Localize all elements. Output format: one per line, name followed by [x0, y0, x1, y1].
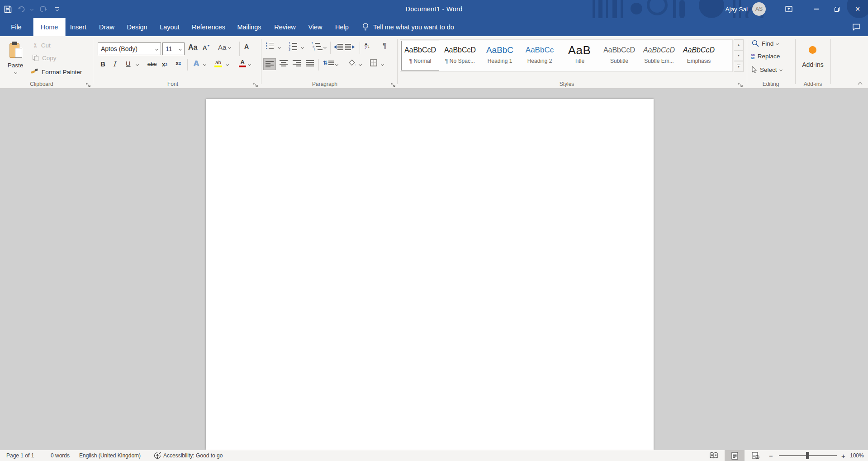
numbering-dropdown-icon[interactable] [301, 46, 304, 48]
tab-review[interactable]: Review [274, 18, 296, 36]
paste-icon [9, 42, 22, 60]
tab-insert[interactable]: Insert [70, 18, 86, 36]
subscript-button[interactable]: x2 [162, 61, 167, 68]
styles-dialog-launcher-icon[interactable] [738, 81, 744, 87]
format-painter-label: Format Painter [42, 69, 82, 75]
paragraph-group-label: Paragraph [312, 81, 337, 87]
paste-button[interactable]: Paste [4, 39, 27, 83]
tell-me-search[interactable]: Tell me what you want to do [362, 18, 454, 36]
collapse-ribbon-icon[interactable] [858, 82, 863, 87]
shading-dropdown-icon[interactable] [359, 63, 361, 66]
grow-font-button[interactable]: Aa [188, 43, 197, 52]
style-normal[interactable]: AaBbCcD ¶ Normal [401, 41, 439, 71]
multilevel-list-dropdown-icon[interactable] [324, 46, 326, 48]
tab-mailings[interactable]: Mailings [237, 18, 261, 36]
web-layout-button[interactable] [745, 450, 765, 461]
text-effects-button[interactable]: A [194, 59, 199, 68]
borders-button[interactable] [370, 59, 377, 66]
copy-button[interactable]: Copy [33, 55, 57, 61]
read-mode-button[interactable] [704, 450, 724, 461]
bold-button[interactable]: B [100, 60, 105, 68]
underline-button[interactable]: U [126, 60, 130, 67]
cut-button[interactable]: ✂ Cut [33, 42, 51, 49]
avatar[interactable]: AS [752, 2, 766, 16]
style-heading-1[interactable]: AaBbC Heading 1 [481, 41, 519, 71]
decrease-indent-button[interactable] [334, 44, 343, 50]
addins-icon[interactable] [809, 46, 816, 54]
style-no-spacing[interactable]: AaBbCcD ¶ No Spac... [441, 41, 479, 71]
tab-draw[interactable]: Draw [99, 18, 114, 36]
text-highlight-button[interactable]: ab [214, 60, 222, 67]
find-button[interactable]: Find [752, 40, 778, 47]
show-hide-pilcrow-button[interactable]: ¶ [383, 42, 387, 50]
style-subtle-emphasis[interactable]: AaBbCcD Subtle Em... [640, 41, 678, 71]
align-right-button[interactable] [293, 60, 301, 66]
paragraph-dialog-launcher-icon[interactable] [391, 81, 396, 87]
document-page[interactable] [206, 99, 654, 450]
font-color-dropdown-icon[interactable] [248, 63, 251, 66]
shading-button[interactable] [348, 59, 356, 66]
shrink-font-button[interactable]: A [203, 44, 207, 51]
clear-formatting-button[interactable]: A [244, 43, 249, 50]
sort-button[interactable]: AZ ↓ [365, 42, 370, 50]
tab-view[interactable]: View [308, 18, 322, 36]
tab-layout[interactable]: Layout [160, 18, 180, 36]
text-effects-dropdown-icon[interactable] [204, 63, 206, 66]
language-indicator[interactable]: English (United Kingdom) [79, 450, 141, 461]
zoom-slider-handle[interactable] [806, 452, 809, 459]
style-title[interactable]: AaB Title [560, 41, 598, 71]
styles-more-icon[interactable]: ▼ [734, 61, 744, 72]
line-spacing-button[interactable]: ⇅ [323, 60, 334, 66]
align-left-button[interactable] [264, 59, 275, 70]
style-subtitle[interactable]: AaBbCcD Subtitle [600, 41, 638, 71]
tab-design[interactable]: Design [127, 18, 147, 36]
word-count[interactable]: 0 words [51, 450, 70, 461]
styles-scroll-up-icon[interactable]: ▲ [734, 39, 744, 50]
tab-file[interactable]: File [11, 18, 21, 36]
borders-dropdown-icon[interactable] [381, 63, 384, 66]
tab-help[interactable]: Help [335, 18, 349, 36]
font-size-combobox[interactable]: 11 [162, 42, 185, 55]
font-name-combobox[interactable]: Aptos (Body) [98, 42, 161, 55]
zoom-in-button[interactable]: + [841, 450, 845, 461]
multilevel-list-button[interactable]: 1ai [311, 42, 323, 51]
change-case-button[interactable]: Aa [218, 43, 231, 51]
numbering-button[interactable]: 123 [289, 42, 297, 51]
increase-indent-button[interactable] [345, 44, 355, 50]
tab-home[interactable]: Home [33, 18, 66, 36]
page-indicator[interactable]: Page 1 of 1 [6, 450, 34, 461]
cut-label: Cut [41, 42, 51, 49]
select-button[interactable]: Select [751, 66, 782, 73]
account-name[interactable]: Ajay Sai [725, 6, 748, 13]
accessibility-status[interactable]: Accessibility: Good to go [154, 450, 223, 461]
superscript-button[interactable]: x2 [175, 60, 181, 66]
clipboard-dialog-launcher-icon[interactable] [86, 81, 91, 87]
ribbon-display-options-icon[interactable] [782, 0, 796, 18]
bullets-button[interactable] [266, 42, 274, 49]
font-dialog-launcher-icon[interactable] [253, 81, 259, 87]
print-layout-button[interactable] [725, 450, 745, 461]
zoom-out-button[interactable]: − [769, 450, 773, 461]
style-emphasis[interactable]: AaBbCcD Emphasis [680, 41, 718, 71]
line-spacing-dropdown-icon[interactable] [336, 63, 338, 66]
close-button[interactable]: ✕ [847, 0, 868, 18]
minimize-button[interactable] [806, 0, 826, 18]
replace-button[interactable]: ab ac Replace [751, 53, 780, 60]
restore-button[interactable] [826, 0, 847, 18]
styles-scroll-down-icon[interactable]: ▼ [734, 50, 744, 61]
strikethrough-button[interactable]: abc [147, 61, 157, 67]
tab-references[interactable]: References [192, 18, 225, 36]
align-center-button[interactable] [280, 60, 288, 66]
italic-button[interactable]: I [113, 60, 116, 68]
format-painter-button[interactable]: Format Painter [31, 68, 82, 76]
style-heading-2[interactable]: AaBbCc Heading 2 [521, 41, 559, 71]
font-color-button[interactable]: A [239, 59, 246, 67]
underline-dropdown-icon[interactable] [136, 63, 138, 66]
addins-button[interactable]: Add-ins [802, 61, 823, 68]
text-highlight-dropdown-icon[interactable] [226, 63, 228, 66]
justify-button[interactable] [306, 60, 314, 66]
zoom-slider[interactable] [779, 455, 837, 456]
zoom-percentage[interactable]: 100% [850, 450, 864, 461]
comment-icon[interactable] [852, 24, 860, 33]
bullets-dropdown-icon[interactable] [278, 46, 280, 48]
